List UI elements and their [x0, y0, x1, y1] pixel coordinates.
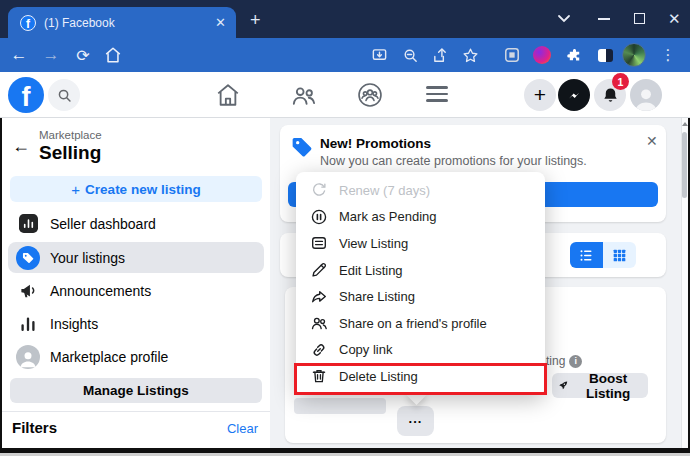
ellipsis-icon: ...	[409, 411, 423, 426]
zoom-out-icon[interactable]	[399, 38, 421, 72]
filters-heading: Filters	[12, 419, 57, 436]
share-icon[interactable]	[429, 38, 451, 72]
divider	[2, 411, 270, 412]
browser-window: f (1) Facebook ✕ + ✕ ← → ⟳ facebook.com/…	[0, 0, 690, 456]
close-icon[interactable]: ✕	[646, 133, 658, 149]
bookmark-star-icon[interactable]	[459, 38, 481, 72]
trash-icon	[310, 367, 328, 385]
menu-item-mark-as-pending[interactable]: Mark as Pending	[296, 204, 545, 231]
screenshot-extension-icon[interactable]	[501, 38, 523, 72]
menu-item-delete-listing[interactable]: Delete Listing	[296, 363, 545, 390]
menu-item-share-on-friends-profile[interactable]: Share on a friend's profile	[296, 310, 545, 337]
purple-extension-icon[interactable]	[533, 46, 551, 64]
minimize-icon[interactable]	[598, 18, 610, 20]
reload-icon[interactable]: ⟳	[72, 38, 94, 72]
account-avatar[interactable]	[630, 79, 662, 111]
grid-view-icon	[612, 248, 627, 263]
breadcrumb: Marketplace	[39, 129, 102, 141]
hamburger-menu-icon[interactable]	[426, 86, 448, 102]
person-icon	[16, 345, 40, 369]
menu-item-view-listing[interactable]: View Listing	[296, 230, 545, 257]
groups-nav-icon[interactable]	[356, 81, 384, 109]
hidden-button-placeholder	[294, 398, 386, 414]
boost-rocket-icon	[558, 379, 568, 392]
page-title: Selling	[39, 142, 101, 164]
window-close-icon[interactable]: ✕	[668, 11, 681, 26]
plus-icon: +	[71, 181, 80, 198]
menu-item-renew: Renew (7 days)	[296, 177, 545, 204]
new-tab-icon[interactable]: +	[250, 11, 261, 29]
pause-icon	[310, 208, 328, 226]
clear-filters-link[interactable]: Clear	[227, 421, 258, 436]
search-icon	[57, 88, 72, 103]
search-button[interactable]	[48, 79, 80, 111]
messenger-icon	[565, 86, 583, 104]
sidebar-item-announcements[interactable]: Announcements	[8, 275, 264, 306]
bar-chart-icon	[16, 312, 40, 336]
tab-search-chevron-icon[interactable]	[556, 13, 572, 25]
install-icon[interactable]	[368, 38, 390, 72]
profile-avatar-extension[interactable]	[622, 43, 646, 67]
facebook-logo[interactable]: f	[8, 77, 44, 113]
back-icon[interactable]: ←	[8, 38, 30, 72]
maximize-icon[interactable]	[634, 13, 645, 24]
facebook-header: f + 1	[0, 72, 690, 118]
window-border-left	[0, 118, 2, 448]
browser-tab[interactable]: f (1) Facebook ✕	[8, 7, 236, 38]
forward-icon[interactable]: →	[40, 38, 62, 72]
boost-listing-button[interactable]: Boost Listing	[552, 373, 648, 398]
tag-icon	[16, 246, 40, 270]
marketplace-sidebar: ← Marketplace Selling + Create new listi…	[2, 118, 270, 448]
create-new-listing-button[interactable]: + Create new listing	[10, 176, 262, 202]
tab-title: (1) Facebook	[44, 16, 215, 30]
document-icon	[310, 234, 328, 252]
promo-subtitle: Now you can create promotions for your l…	[320, 154, 587, 168]
renew-icon	[310, 181, 328, 199]
notification-badge: 1	[612, 73, 629, 90]
sidebar-item-marketplace-profile[interactable]: Marketplace profile	[8, 341, 264, 372]
browser-toolbar: ← → ⟳ facebook.com/marketplace/y...	[0, 38, 690, 72]
manage-listings-button[interactable]: Manage Listings	[10, 378, 262, 403]
titlebar: f (1) Facebook ✕ + ✕	[0, 0, 690, 38]
browser-menu-kebab-icon[interactable]: ⋮	[658, 38, 678, 72]
listing-context-menu: Renew (7 days) Mark as Pending View List…	[296, 172, 545, 395]
menu-item-share-listing[interactable]: Share Listing	[296, 283, 545, 310]
link-icon	[310, 341, 328, 359]
friends-nav-icon[interactable]	[291, 83, 317, 109]
messenger-button[interactable]	[558, 79, 590, 111]
home-nav-icon[interactable]	[215, 82, 241, 108]
grid-view-toggle[interactable]	[603, 242, 636, 268]
extensions-puzzle-icon[interactable]	[563, 38, 585, 72]
sidebar-item-insights[interactable]: Insights	[8, 308, 264, 339]
megaphone-icon	[16, 279, 40, 303]
promo-title: New! Promotions	[320, 136, 431, 151]
dashboard-icon	[16, 212, 40, 236]
list-view-icon	[579, 248, 594, 263]
more-options-button[interactable]: ...	[397, 406, 434, 436]
plus-icon: +	[534, 84, 546, 105]
info-icon[interactable]: i	[569, 355, 582, 368]
scrollbar-thumb[interactable]	[682, 132, 687, 198]
listing-stat: ting i	[546, 354, 582, 368]
sidebar-item-seller-dashboard[interactable]: Seller dashboard	[8, 208, 264, 239]
person-icon	[632, 85, 660, 111]
side-panel-extension-icon[interactable]	[594, 38, 616, 72]
sidebar-item-your-listings[interactable]: Your listings	[8, 242, 264, 273]
back-arrow-icon[interactable]: ←	[12, 137, 30, 155]
home-icon[interactable]	[101, 38, 125, 72]
tab-close-icon[interactable]: ✕	[215, 16, 226, 29]
people-icon	[310, 314, 328, 332]
pencil-icon	[310, 261, 328, 279]
share-arrow-icon	[310, 288, 328, 306]
create-button[interactable]: +	[524, 79, 556, 111]
promo-tag-icon	[290, 135, 314, 159]
facebook-favicon: f	[20, 15, 36, 31]
list-view-toggle[interactable]	[570, 242, 603, 268]
menu-item-edit-listing[interactable]: Edit Listing	[296, 257, 545, 284]
menu-item-copy-link[interactable]: Copy link	[296, 337, 545, 364]
